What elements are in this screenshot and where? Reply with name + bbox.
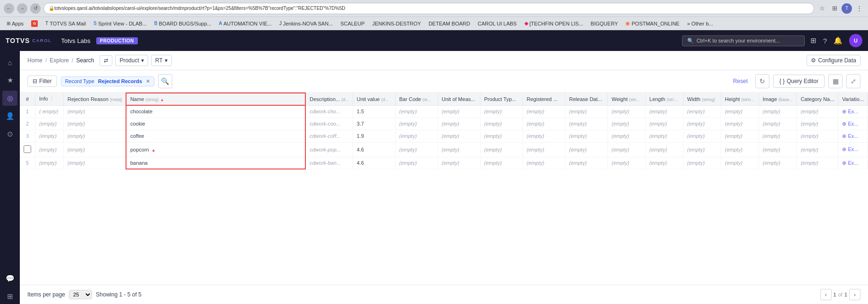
row-4-uom: (empty): [438, 142, 480, 157]
search-button[interactable]: 🔍: [158, 74, 172, 88]
sidebar-icon-grid[interactable]: ⊞: [2, 289, 17, 304]
col-header-barcode[interactable]: Bar Code (st...: [395, 93, 438, 105]
col-header-name[interactable]: Name (string) ▲: [126, 93, 305, 105]
bookmark-other[interactable]: » Other b...: [684, 20, 716, 27]
col-header-rejection[interactable]: Rejection Reason [meta]: [64, 93, 126, 105]
bookmark-totvs-sa[interactable]: T TOTVS SA Mail: [42, 20, 89, 27]
row-4-name[interactable]: popcorn ▲: [126, 142, 305, 157]
breadcrumb-search: Search: [76, 57, 94, 64]
row-4-variation[interactable]: ⊕ Ex...: [838, 142, 868, 157]
bookmark-techfin[interactable]: ◆ [TECHFIN OPEN LIS...: [522, 19, 586, 27]
header-search[interactable]: 🔍 Ctrl+K to search your environment...: [682, 35, 805, 46]
sidebar-icon-star[interactable]: ★: [2, 73, 17, 88]
col-header-prodtype[interactable]: Product Typ...: [480, 93, 522, 105]
reset-button[interactable]: Reset: [729, 76, 751, 86]
bookmark-board-bugs[interactable]: B BOARD BUGS/Supp...: [152, 20, 214, 27]
next-page-btn[interactable]: ›: [849, 289, 860, 300]
row-2-image: (empty): [758, 118, 797, 130]
bookmark-gmail[interactable]: G: [28, 19, 41, 28]
bookmark-sprint[interactable]: S Sprint View - DLAB...: [91, 20, 150, 27]
row-5-desc: cdwork-ban...: [305, 157, 353, 169]
col-header-info[interactable]: Info ⋮: [35, 93, 64, 105]
col-header-unit-value[interactable]: Unit value (d...: [353, 93, 395, 105]
row-5-catname: (empty): [797, 157, 838, 169]
configure-data-btn[interactable]: ⚙ Configure Data: [807, 55, 860, 66]
row-1-name[interactable]: chocolate: [126, 105, 305, 118]
help-icon[interactable]: ?: [823, 37, 827, 45]
row-4-weight: (empty): [607, 142, 645, 157]
row-3-length: (empty): [645, 130, 683, 142]
row-2-variation[interactable]: ⊕ Ex...: [838, 118, 868, 130]
breadcrumb-sep-1: /: [45, 57, 47, 64]
bookmark-apps[interactable]: ⊞ Apps: [4, 20, 26, 27]
col-header-image[interactable]: Image (base...: [758, 93, 797, 105]
row-3-name[interactable]: coffee: [126, 130, 305, 142]
bookmark-jenkins-nova[interactable]: J Jenkins-NOVA SAN...: [277, 20, 336, 27]
showing-label: Showing 1 - 5 of 5: [96, 291, 142, 298]
profile-btn[interactable]: T: [842, 3, 852, 14]
bookmark-deteam[interactable]: DETEAM BOARD: [426, 20, 473, 27]
rt-dropdown[interactable]: RT ▾: [151, 55, 172, 66]
product-dropdown[interactable]: Product ▾: [115, 55, 148, 66]
filter-button[interactable]: ⊟ Filter: [27, 76, 57, 87]
back-btn[interactable]: ←: [4, 3, 14, 14]
row-3-variation[interactable]: ⊕ Ex...: [838, 130, 868, 142]
breadcrumb-explore[interactable]: Explore: [50, 57, 69, 64]
row-2-name[interactable]: cookie: [126, 118, 305, 130]
sidebar-icon-home[interactable]: ⌂: [2, 55, 17, 70]
row-1-width: (empty): [683, 105, 721, 118]
fullscreen-button[interactable]: ⤢: [846, 74, 860, 88]
bookmark-bigquery[interactable]: BIGQUERY: [588, 20, 621, 27]
bookmark-postman[interactable]: ◉ POSTMAN_ONLINE: [623, 19, 682, 27]
grid-icon[interactable]: ⊞: [810, 36, 817, 45]
bell-icon[interactable]: 🔔: [834, 36, 843, 45]
view-toggle-button[interactable]: ▦: [828, 74, 843, 88]
extensions-btn[interactable]: ⊞: [829, 3, 840, 14]
row-5-num: 5: [20, 157, 35, 169]
col-header-uom[interactable]: Unit of Meas...: [438, 93, 480, 105]
col-header-length[interactable]: Length (stri...: [645, 93, 683, 105]
refresh-button[interactable]: ↻: [755, 74, 769, 88]
breadcrumb-home[interactable]: Home: [27, 57, 42, 64]
close-badge-icon[interactable]: ✕: [146, 78, 150, 84]
sidebar-icon-person[interactable]: 👤: [2, 109, 17, 124]
total-pages: 1: [844, 292, 847, 297]
forward-btn[interactable]: →: [17, 3, 27, 14]
prev-page-btn[interactable]: ‹: [820, 289, 832, 300]
col-header-registered[interactable]: Registered ...: [522, 93, 565, 105]
sidebar-icon-explore[interactable]: ◎: [2, 91, 17, 106]
items-per-page-select[interactable]: 25 50 100: [69, 290, 92, 299]
row-5-length: (empty): [645, 157, 683, 169]
logo-area: TOTVS CAROL: [6, 37, 51, 44]
user-avatar[interactable]: U: [849, 34, 862, 47]
record-type-badge: Record Type Rejected Records ✕: [61, 76, 154, 86]
row-5-variation[interactable]: ⊕ Ex...: [838, 157, 868, 169]
query-editor-button[interactable]: { } Query Editor: [773, 75, 825, 88]
col-header-weight[interactable]: Weight (stri...: [607, 93, 645, 105]
sidebar-icon-circle[interactable]: ⊙: [2, 127, 17, 142]
col-header-variation[interactable]: Variatio...: [838, 93, 868, 105]
col-header-description[interactable]: Description... (d...: [305, 93, 353, 105]
row-4-desc: cdwork-pop...: [305, 142, 353, 157]
bookmark-automation[interactable]: A AUTOMATION VIE...: [216, 20, 275, 27]
current-page: 1: [834, 292, 836, 297]
sidebar-icon-chat[interactable]: 💬: [2, 271, 17, 286]
url-bar[interactable]: 🔒 totvslopes.qarol.ai/totvslabslopes/car…: [43, 3, 814, 14]
search-type-toggle[interactable]: ⇄: [100, 55, 112, 66]
col-header-width[interactable]: Width (string): [683, 93, 721, 105]
col-header-height[interactable]: Height (strin...: [721, 93, 758, 105]
data-table-container: # Info ⋮ Rejection Reason [meta] Name (s…: [20, 93, 868, 285]
bookmark-jenkins-destroy[interactable]: JENKINS-DESTROY: [370, 20, 424, 27]
col-header-catname[interactable]: Category Na...: [797, 93, 838, 105]
bookmark-scaleup[interactable]: SCALEUP: [337, 20, 367, 27]
menu-btn[interactable]: ⋮: [854, 3, 864, 14]
reload-btn[interactable]: ↺: [30, 3, 41, 14]
bookmark-carol-ui[interactable]: CAROL UI LABS: [475, 20, 520, 27]
row-4-checkbox[interactable]: [24, 145, 31, 153]
row-2-prodtype: (empty): [480, 118, 522, 130]
bookmark-btn[interactable]: ☆: [817, 3, 827, 14]
col-header-release[interactable]: Release Dat...: [565, 93, 607, 105]
row-4-barcode: (empty): [395, 142, 438, 157]
row-1-variation[interactable]: ⊕ Ex...: [838, 105, 868, 118]
row-5-name[interactable]: banana: [126, 157, 305, 169]
